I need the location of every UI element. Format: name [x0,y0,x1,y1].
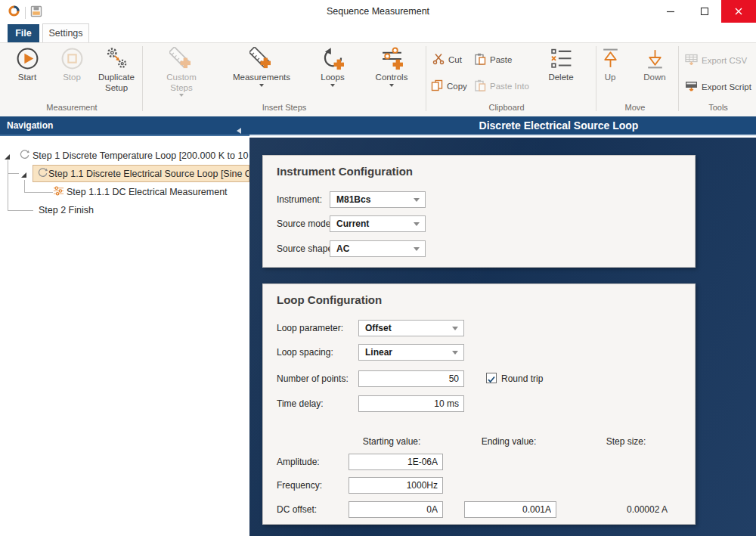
content-area: Discrete Electrical Source Loop Instrume… [249,116,756,536]
loop-spacing-dropdown[interactable]: Linear [358,344,464,361]
maximize-button[interactable] [691,0,718,23]
amplitude-label: Amplitude: [277,457,320,467]
ribbon-tabs: File Settings [0,23,756,42]
copy-icon [431,79,443,93]
tree-item-step-1-1-1[interactable]: Step 1.1.1 DC Electrical Measurement [53,183,249,201]
loop-step-icon [37,167,48,181]
tab-file[interactable]: File [8,24,39,42]
source-mode-dropdown[interactable]: Current [330,215,426,232]
start-button[interactable]: Start [8,45,47,108]
number-of-points-label: Number of points: [277,373,349,384]
dc-offset-step-size-value: 0.00002 A [596,504,699,515]
time-delay-label: Time delay: [277,398,324,409]
dropdown-caret-icon [259,84,264,87]
loop-parameter-dropdown[interactable]: Offset [358,320,464,336]
tree-connector [24,192,53,193]
round-trip-label: Round trip [501,373,543,384]
dc-offset-starting-input[interactable] [349,501,443,518]
step-size-header: Step size: [573,436,679,447]
group-label-tools: Tools [708,103,728,112]
controls-button[interactable]: Controls [366,45,417,108]
cut-icon [432,53,445,67]
copy-button[interactable]: Copy [431,79,467,93]
cut-button[interactable]: Cut [432,53,462,67]
up-button[interactable]: Up [593,45,627,108]
number-of-points-input[interactable] [358,370,464,387]
close-icon [734,7,743,16]
loops-icon [321,45,345,70]
instrument-label: Instrument: [277,194,322,205]
paste-button[interactable]: Paste [474,53,512,67]
up-arrow-icon [599,45,622,70]
tree-item-step-2[interactable]: Step 2 Finish [36,201,249,219]
down-button[interactable]: Down [637,45,673,108]
export-csv-button: Export CSV [685,54,747,67]
tree-connector [8,210,33,211]
navigation-header: Navigation [0,116,249,136]
chevron-down-icon [414,198,420,202]
minimize-button[interactable] [657,0,684,23]
down-arrow-icon [643,45,667,70]
app-window: Sequence Measurement File Settings Start… [0,0,756,536]
chevron-down-icon [414,247,420,251]
export-script-icon [685,80,698,94]
round-trip-checkbox[interactable] [486,373,497,383]
paste-icon [474,53,486,67]
dropdown-caret-icon [330,84,335,87]
dc-offset-ending-input[interactable] [464,501,556,518]
tree-connector [8,160,8,210]
tree-item-step-1-1-selected[interactable]: Step 1.1 Discrete Electrical Source Loop… [33,165,249,182]
ribbon: Start Stop Duplicate Setup Measur [0,42,756,116]
expander-icon[interactable] [20,170,27,181]
loop-spacing-label: Loop spacing: [277,347,333,358]
tab-settings[interactable]: Settings [42,23,89,42]
instrument-dropdown[interactable]: M81Bcs [330,191,426,208]
controls-icon [380,45,404,70]
loops-button[interactable]: Loops [307,45,358,108]
amplitude-starting-input[interactable] [349,454,443,470]
source-mode-label: Source mode: [277,218,333,229]
chevron-down-icon [452,351,458,355]
custom-steps-button: Custom Steps [158,45,205,108]
delete-button[interactable]: Delete [538,45,584,108]
source-shape-label: Source shape: [277,243,335,254]
section-title: Instrument Configuration [277,165,413,178]
minimize-icon [666,7,675,16]
loop-step-icon [19,149,30,163]
maximize-icon [700,7,709,16]
navigation-panel: Navigation Step 1 Discrete Temperature L… [0,116,249,536]
group-label-clipboard: Clipboard [488,103,524,112]
loop-configuration-card: Loop Configuration Loop parameter: Offse… [262,283,696,525]
close-button[interactable] [721,0,756,23]
content-body: Instrument Configuration Instrument: M81… [249,138,756,536]
measurements-button[interactable]: Measurements [227,45,296,108]
chevron-down-icon [452,327,458,330]
paste-into-icon [474,79,486,93]
frequency-label: Frequency: [277,480,322,491]
export-script-button[interactable]: Export Script [685,80,751,94]
paste-into-button: Paste Into [474,79,529,93]
ending-value-header: Ending value: [456,436,562,447]
stop-icon [60,45,84,70]
duplicate-setup-button[interactable]: Duplicate Setup [93,45,140,108]
expander-icon[interactable] [4,152,11,163]
group-separator [142,46,143,111]
source-shape-dropdown[interactable]: AC [330,240,426,257]
delete-icon [550,45,573,70]
measurement-step-icon [53,185,64,199]
dropdown-caret-icon [179,94,184,97]
dropdown-caret-icon [389,84,394,87]
page-title: Discrete Electrical Source Loop [249,116,756,136]
window-title: Sequence Measurement [0,0,756,23]
export-csv-icon [685,54,698,67]
tree-item-step-1[interactable]: Step 1 Discrete Temperature Loop [200.00… [19,147,249,165]
frequency-starting-input[interactable] [349,477,443,494]
section-title: Loop Configuration [277,293,382,306]
tree-connector [8,173,19,174]
measurements-icon [249,45,274,70]
loop-parameter-label: Loop parameter: [277,323,343,333]
group-label-insert-steps: Insert Steps [262,103,307,112]
time-delay-input[interactable] [358,395,464,412]
tree-connector [24,180,25,192]
chevron-down-icon [414,222,420,226]
